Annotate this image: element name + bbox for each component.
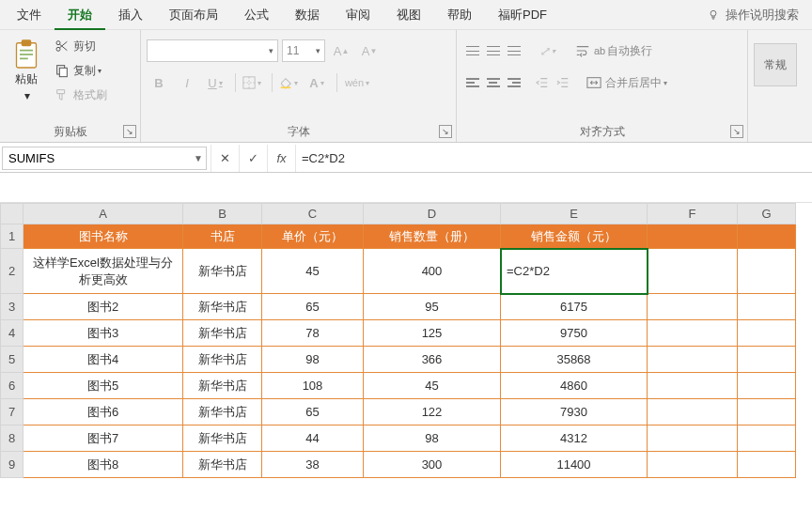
cell[interactable] <box>738 224 796 249</box>
row-header[interactable]: 9 <box>1 452 23 478</box>
cell[interactable]: 销售数量（册） <box>364 224 501 249</box>
menu-data[interactable]: 数据 <box>282 0 333 30</box>
worksheet[interactable]: A B C D E F G 1 图书名称 书店 单价（元） 销售数量（册） 销售… <box>0 203 812 478</box>
grid[interactable]: A B C D E F G 1 图书名称 书店 单价（元） 销售数量（册） 销售… <box>0 203 796 478</box>
row-header[interactable]: 8 <box>1 425 23 452</box>
font-color-button[interactable]: A▾ <box>304 71 329 94</box>
cell[interactable] <box>648 425 738 452</box>
cell[interactable]: 图书7 <box>23 425 183 452</box>
cell[interactable]: 图书5 <box>23 373 183 399</box>
cell[interactable] <box>738 347 796 373</box>
font-size-combo[interactable]: 11▾ <box>282 39 325 62</box>
menu-layout[interactable]: 页面布局 <box>156 0 231 30</box>
name-box[interactable]: ▼ <box>2 147 207 170</box>
menu-help[interactable]: 帮助 <box>434 0 485 30</box>
cell[interactable]: 125 <box>364 320 501 347</box>
indent-increase-button[interactable] <box>553 71 573 94</box>
cell[interactable] <box>648 347 738 373</box>
menu-insert[interactable]: 插入 <box>105 0 156 30</box>
cell[interactable]: 图书名称 <box>23 224 183 249</box>
number-format-combo[interactable]: 常规 <box>754 43 797 86</box>
menu-home[interactable]: 开始 <box>55 0 105 30</box>
cell[interactable]: 122 <box>364 399 501 425</box>
merge-center-button[interactable]: 合并后居中▾ <box>581 71 673 94</box>
cell[interactable]: 7930 <box>501 399 648 425</box>
cell[interactable]: 销售金额（元） <box>501 224 648 249</box>
insert-function-button[interactable]: fx <box>267 145 295 172</box>
cell[interactable]: 300 <box>364 452 501 478</box>
cell[interactable]: 45 <box>262 249 364 294</box>
underline-button[interactable]: U▾ <box>203 71 227 94</box>
shrink-font-button[interactable]: A▼ <box>357 39 382 62</box>
row-header[interactable]: 3 <box>1 294 23 320</box>
cell[interactable]: 98 <box>262 347 364 373</box>
cell[interactable]: 新华书店 <box>183 347 262 373</box>
cell[interactable]: 这样学Excel数据处理与分析更高效 <box>23 249 183 294</box>
align-right-button[interactable] <box>504 71 524 94</box>
col-header-G[interactable]: G <box>738 204 796 224</box>
cell[interactable] <box>738 373 796 399</box>
align-bottom-button[interactable] <box>504 39 524 62</box>
cell[interactable]: 书店 <box>183 224 262 249</box>
row-header[interactable]: 2 <box>1 249 23 294</box>
menu-formula[interactable]: 公式 <box>231 0 282 30</box>
cell[interactable] <box>738 452 796 478</box>
italic-button[interactable]: I <box>175 71 199 94</box>
cell[interactable]: 98 <box>364 425 501 452</box>
copy-button[interactable]: 复制▾ <box>51 58 111 83</box>
cell[interactable]: 35868 <box>501 347 648 373</box>
align-left-button[interactable] <box>462 71 483 94</box>
cell[interactable]: 图书6 <box>23 399 183 425</box>
cell[interactable]: 单价（元） <box>262 224 364 249</box>
row-header[interactable]: 6 <box>1 373 23 399</box>
menu-view[interactable]: 视图 <box>383 0 434 30</box>
col-header-F[interactable]: F <box>648 204 738 224</box>
cell[interactable]: 400 <box>364 249 501 294</box>
cell[interactable]: 4312 <box>501 425 648 452</box>
cell[interactable] <box>738 249 796 294</box>
cell[interactable] <box>738 294 796 320</box>
cell[interactable]: 45 <box>364 373 501 399</box>
col-header-B[interactable]: B <box>183 204 262 224</box>
cell[interactable]: 新华书店 <box>183 399 262 425</box>
cell[interactable] <box>648 294 738 320</box>
cell[interactable]: 9750 <box>501 320 648 347</box>
cell[interactable]: 新华书店 <box>183 320 262 347</box>
cell[interactable] <box>648 399 738 425</box>
cell[interactable]: 95 <box>364 294 501 320</box>
alignment-dialog-launcher[interactable]: ↘ <box>730 125 743 138</box>
align-middle-button[interactable] <box>483 39 504 62</box>
align-top-button[interactable] <box>462 39 483 62</box>
fill-color-button[interactable]: ▾ <box>276 71 301 94</box>
font-dialog-launcher[interactable]: ↘ <box>439 125 452 138</box>
wrap-text-button[interactable]: ab 自动换行 <box>570 39 658 62</box>
cell[interactable]: 65 <box>262 294 364 320</box>
row-header[interactable]: 5 <box>1 347 23 373</box>
border-button[interactable]: ▾ <box>240 71 264 94</box>
cell[interactable]: 新华书店 <box>183 294 262 320</box>
cell[interactable] <box>648 373 738 399</box>
cell[interactable]: 44 <box>262 425 364 452</box>
menu-review[interactable]: 审阅 <box>333 0 383 30</box>
active-cell[interactable]: =C2*D2 <box>501 249 648 294</box>
cancel-formula-button[interactable]: ✕ <box>211 145 239 172</box>
cell[interactable] <box>648 452 738 478</box>
bold-button[interactable]: B <box>147 71 171 94</box>
cell[interactable]: 新华书店 <box>183 373 262 399</box>
cell[interactable]: 图书2 <box>23 294 183 320</box>
cell[interactable]: 图书8 <box>23 452 183 478</box>
clipboard-dialog-launcher[interactable]: ↘ <box>123 125 136 138</box>
cell[interactable]: 366 <box>364 347 501 373</box>
col-header-E[interactable]: E <box>501 204 648 224</box>
cell[interactable]: 图书3 <box>23 320 183 347</box>
cell[interactable] <box>738 320 796 347</box>
cell[interactable]: 新华书店 <box>183 249 262 294</box>
indent-decrease-button[interactable] <box>532 71 553 94</box>
font-name-combo[interactable]: ▾ <box>147 39 278 62</box>
formula-bar[interactable]: =C2*D2 <box>295 145 812 172</box>
cell[interactable]: 新华书店 <box>183 425 262 452</box>
cell[interactable] <box>648 320 738 347</box>
col-header-C[interactable]: C <box>262 204 364 224</box>
cell[interactable]: 108 <box>262 373 364 399</box>
cell[interactable]: 6175 <box>501 294 648 320</box>
